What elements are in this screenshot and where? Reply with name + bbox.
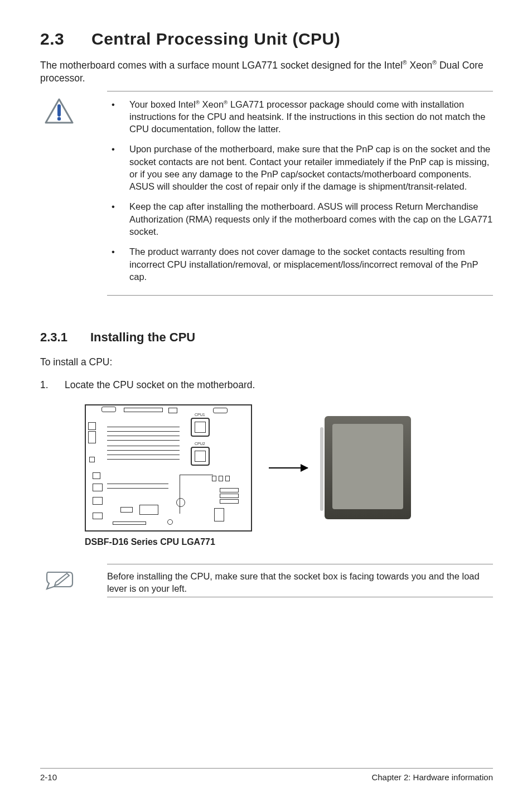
caution-block: • Your boxed Intel® Xeon® LGA771 process… xyxy=(40,98,493,291)
figure-area: CPU1 CPU2 xyxy=(85,404,493,532)
caution-item-text: The product warranty does not cover dama… xyxy=(129,245,493,283)
bullet-icon: • xyxy=(107,245,129,283)
cpu1-label: CPU1 xyxy=(194,412,206,417)
list-item: • Keep the cap after installing the moth… xyxy=(107,200,493,238)
registered-mark: ® xyxy=(403,59,407,66)
subsection-title: Installing the CPU xyxy=(90,330,195,344)
registered-mark: ® xyxy=(432,59,437,66)
cpu2-socket-icon xyxy=(191,447,210,466)
page-number: 2-10 xyxy=(40,772,57,783)
note-text: Before installing the CPU, make sure tha… xyxy=(107,571,480,593)
bullet-icon: • xyxy=(107,98,129,136)
registered-mark: ® xyxy=(196,99,200,105)
chapter-label: Chapter 2: Hardware information xyxy=(371,772,493,783)
note-content: Before installing the CPU, make sure tha… xyxy=(107,570,493,595)
caution-icon-column xyxy=(40,98,107,291)
body-text: To install a CPU: xyxy=(40,356,493,369)
text-fragment: Your boxed Intel xyxy=(129,99,196,109)
list-item: • Upon purchase of the motherboard, make… xyxy=(107,143,493,192)
figure-caption: DSBF-D16 Series CPU LGA771 xyxy=(85,536,493,548)
step-1: 1. Locate the CPU socket on the motherbo… xyxy=(40,379,493,392)
page-footer: 2-10 Chapter 2: Hardware information xyxy=(40,768,493,783)
cpu-socket-photo xyxy=(325,416,411,519)
note-pencil-icon xyxy=(45,570,75,590)
caution-item-text: Your boxed Intel® Xeon® LGA771 processor… xyxy=(129,98,493,136)
bullet-icon: • xyxy=(107,143,129,192)
caution-content: • Your boxed Intel® Xeon® LGA771 process… xyxy=(107,98,493,291)
divider xyxy=(107,91,493,91)
note-icon-column xyxy=(40,570,107,595)
list-item: • Your boxed Intel® Xeon® LGA771 process… xyxy=(107,98,493,136)
subsection-heading: 2.3.1Installing the CPU xyxy=(40,329,493,346)
section-title: Central Processing Unit (CPU) xyxy=(91,30,340,48)
divider xyxy=(107,564,493,564)
section-number: 2.3 xyxy=(40,28,91,51)
cpu2-label: CPU2 xyxy=(194,441,206,446)
divider xyxy=(107,295,493,296)
caution-item-text: Upon purchase of the motherboard, make s… xyxy=(129,143,493,192)
note-block: Before installing the CPU, make sure tha… xyxy=(40,570,493,595)
text-fragment: Xeon xyxy=(200,99,224,109)
intro-text-2: Xeon xyxy=(407,59,433,70)
section-heading: 2.3Central Processing Unit (CPU) xyxy=(40,28,493,51)
subsection-number: 2.3.1 xyxy=(40,329,90,346)
arrow-right-icon xyxy=(269,467,308,468)
caution-item-text: Keep the cap after installing the mother… xyxy=(129,200,493,238)
intro-paragraph: The motherboard comes with a surface mou… xyxy=(40,59,493,85)
motherboard-diagram: CPU1 CPU2 xyxy=(85,404,252,532)
list-item: • The product warranty does not cover da… xyxy=(107,245,493,283)
step-text: Locate the CPU socket on the motherboard… xyxy=(65,379,255,392)
divider xyxy=(107,597,493,597)
caution-triangle-icon xyxy=(45,98,74,124)
bullet-icon: • xyxy=(107,200,129,238)
step-number: 1. xyxy=(40,379,65,392)
intro-text-1: The motherboard comes with a surface mou… xyxy=(40,59,403,70)
cpu1-socket-icon xyxy=(191,418,210,437)
svg-point-2 xyxy=(57,117,61,120)
